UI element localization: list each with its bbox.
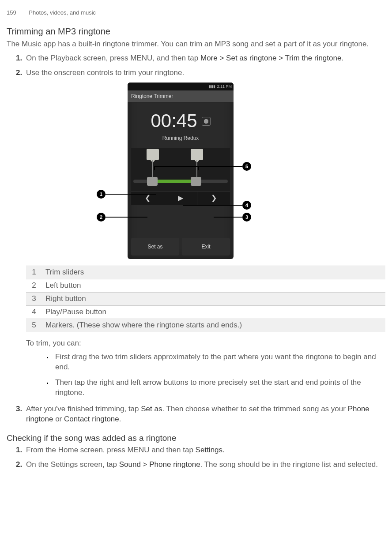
start-marker[interactable] [147, 149, 159, 160]
steps-list: On the Playback screen, press MENU, and … [7, 53, 385, 424]
step-3-text-b: Set as [141, 405, 162, 413]
step-2: Use the onscreen controls to trim your r… [24, 68, 385, 398]
legend-num-5: 5 [26, 319, 42, 332]
sub-step-1-b: Settings. [196, 446, 225, 454]
legend-num-3: 3 [26, 293, 42, 306]
signal-icon: ▮▮▮ [209, 84, 215, 89]
playback-controls: ❮ ▶ ❯ [131, 191, 230, 205]
sub-step-1-a: From the Home screen, press MENU and the… [26, 446, 196, 454]
legend-table: 1Trim sliders 2Left button 3Right button… [26, 266, 385, 332]
step-1-text-a: On the Playback screen, press MENU, and … [26, 54, 200, 62]
legend-row-1: 1Trim sliders [26, 266, 385, 279]
chapter-title: Photos, videos, and music [29, 9, 96, 16]
legend-text-2: Left button [42, 279, 385, 293]
trim-area[interactable]: ❮ ▶ ❯ [131, 148, 230, 205]
callout-drop-5a [154, 166, 155, 170]
end-marker[interactable] [191, 149, 203, 160]
step-3-text-e: or [53, 415, 64, 423]
trim-sub-bullets: First drag the two trim sliders approxim… [26, 352, 385, 398]
timer-value: 00:45 [151, 109, 197, 134]
sub-steps-list: From the Home screen, press MENU and the… [7, 445, 385, 470]
screenshot: ▮▮▮ 2:11 PM Ringtone Trimmer 00:45 Runni… [128, 83, 234, 259]
step-3-text-g: . [119, 415, 121, 423]
sub-step-2: On the Settings screen, tap Sound > Phon… [24, 460, 385, 470]
trim-slider-right[interactable] [191, 177, 201, 186]
set-as-button[interactable]: Set as [131, 238, 179, 255]
legend-num-2: 2 [26, 279, 42, 293]
callout-2: 2 [97, 213, 106, 222]
status-bar: ▮▮▮ 2:11 PM [128, 83, 234, 90]
callout-line-3 [214, 217, 242, 218]
callout-line-4 [183, 205, 242, 206]
step-1-text-c: . [341, 54, 343, 62]
callout-drop-5b [198, 166, 199, 170]
legend-row-3: 3Right button [26, 293, 385, 306]
step-3-text-a: After you've finished trimming, tap [26, 405, 141, 413]
step-3-text-c: . Then choose whether to set the trimmed… [162, 405, 347, 413]
legend-row-2: 2Left button [26, 279, 385, 293]
marker-line-right [196, 160, 197, 178]
legend-row-5: 5Markers. (These show where the ringtone… [26, 319, 385, 332]
trim-slider-left[interactable] [147, 177, 158, 186]
section-title: Trimming an MP3 ringtone [7, 26, 385, 38]
subsection-title: Checking if the song was added as a ring… [7, 432, 385, 444]
marker-line-left [152, 160, 153, 178]
bullet-1: First drag the two trim sliders approxim… [53, 352, 385, 372]
page-number: 159 [7, 9, 16, 16]
sub-step-2-a: On the Settings screen, tap [26, 460, 119, 469]
step-3-text-f: Contact ringtone [64, 415, 119, 423]
callout-1: 1 [97, 190, 106, 199]
callout-4: 4 [242, 201, 251, 210]
app-title-bar: Ringtone Trimmer [128, 90, 234, 102]
sub-step-2-c: . The song should be in the ringtone lis… [200, 460, 378, 469]
step-1-text-b: More > Set as ringtone > Trim the ringto… [200, 54, 341, 62]
play-pause-button[interactable]: ▶ [164, 192, 197, 205]
legend-text-3: Right button [42, 293, 385, 306]
step-3: After you've finished trimming, tap Set … [24, 404, 385, 425]
exit-button[interactable]: Exit [182, 238, 230, 255]
page-header: 159 Photos, videos, and music [7, 9, 385, 17]
sub-step-1: From the Home screen, press MENU and the… [24, 445, 385, 455]
figure: ▮▮▮ 2:11 PM Ringtone Trimmer 00:45 Runni… [97, 83, 313, 259]
callout-line-2 [106, 217, 147, 218]
legend-row-4: 4Play/Pause button [26, 306, 385, 319]
step-1: On the Playback screen, press MENU, and … [24, 53, 385, 64]
next-button[interactable]: ❯ [197, 192, 230, 205]
speaker-icon [202, 117, 211, 126]
track-selection [152, 180, 196, 183]
song-title: Running Redux [128, 135, 234, 142]
legend-text-4: Play/Pause button [42, 306, 385, 319]
sub-step-2-b: Sound > Phone ringtone [119, 460, 200, 469]
legend-text-5: Markers. (These show where the ringtone … [42, 319, 385, 332]
legend-text-1: Trim sliders [42, 266, 385, 279]
bullet-2: Then tap the right and left arrow button… [53, 378, 385, 398]
timer-display: 00:45 Running Redux [128, 102, 234, 143]
callout-line-1 [106, 194, 156, 195]
callout-5: 5 [242, 162, 251, 171]
step-2-text: Use the onscreen controls to trim your r… [26, 68, 184, 77]
intro-paragraph: The Music app has a built-in ringtone tr… [7, 39, 385, 49]
status-time: 2:11 PM [217, 84, 232, 89]
trim-intro: To trim, you can: [26, 338, 385, 349]
bottom-buttons: Set as Exit [131, 238, 230, 255]
callout-3: 3 [242, 213, 251, 222]
legend-num-4: 4 [26, 306, 42, 319]
legend-num-1: 1 [26, 266, 42, 279]
